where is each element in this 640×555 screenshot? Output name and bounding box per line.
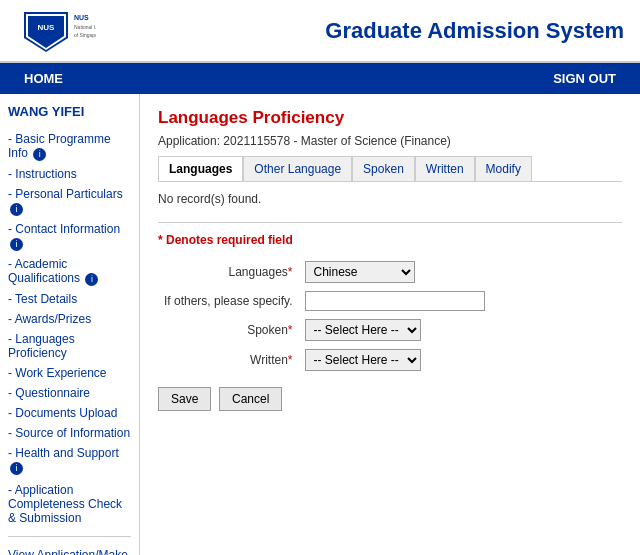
sidebar-item-awards[interactable]: - Awards/Prizes <box>8 309 131 329</box>
info-icon-health: i <box>10 462 23 475</box>
if-others-label: If others, please specify. <box>158 287 299 315</box>
sidebar-item-source[interactable]: - Source of Information <box>8 423 131 443</box>
languages-label: Languages* <box>158 257 299 287</box>
info-icon: i <box>33 148 46 161</box>
nus-logo: NUS NUS National University of Singapore <box>16 8 96 53</box>
info-icon-academic: i <box>85 273 98 286</box>
required-asterisk: * <box>158 233 163 247</box>
form-row-written: Written* -- Select Here -- Excellent Goo… <box>158 345 491 375</box>
form-row-spoken: Spoken* -- Select Here -- Excellent Good… <box>158 315 491 345</box>
written-field-cell: -- Select Here -- Excellent Good Fair Po… <box>299 345 491 375</box>
sidebar-divider <box>8 536 131 537</box>
header: NUS NUS National University of Singapore… <box>0 0 640 63</box>
sidebar: WANG YIFEI - Basic Programme Info i - In… <box>0 94 140 555</box>
cancel-button[interactable]: Cancel <box>219 387 282 411</box>
svg-text:of Singapore: of Singapore <box>74 32 96 38</box>
page-title: Languages Proficiency <box>158 108 622 128</box>
if-others-input[interactable] <box>305 291 485 311</box>
logo-area: NUS NUS National University of Singapore <box>16 8 96 53</box>
spoken-required-star: * <box>288 323 293 337</box>
required-note-text: Denotes required field <box>166 233 293 247</box>
navbar: HOME SIGN OUT <box>0 63 640 94</box>
sidebar-item-questionnaire[interactable]: - Questionnaire <box>8 383 131 403</box>
sidebar-item-academic[interactable]: - Academic Qualifications i <box>8 254 131 289</box>
sidebar-item-basic-programme[interactable]: - Basic Programme Info i <box>8 129 131 164</box>
home-link[interactable]: HOME <box>12 63 75 94</box>
spoken-field-cell: -- Select Here -- Excellent Good Fair Po… <box>299 315 491 345</box>
sidebar-item-languages[interactable]: - Languages Proficiency <box>8 329 131 363</box>
tab-modify[interactable]: Modify <box>475 156 532 181</box>
save-button[interactable]: Save <box>158 387 211 411</box>
tab-spoken[interactable]: Spoken <box>352 156 415 181</box>
language-form: Languages* Chinese English French German… <box>158 257 491 375</box>
written-required-star: * <box>288 353 293 367</box>
spoken-select[interactable]: -- Select Here -- Excellent Good Fair Po… <box>305 319 421 341</box>
info-icon-contact: i <box>10 238 23 251</box>
no-records-text: No record(s) found. <box>158 192 622 206</box>
app-title: Graduate Admission System <box>96 18 624 44</box>
content-area: Languages Proficiency Application: 20211… <box>140 94 640 555</box>
sidebar-item-personal[interactable]: - Personal Particulars i <box>8 184 131 219</box>
written-select[interactable]: -- Select Here -- Excellent Good Fair Po… <box>305 349 421 371</box>
main-layout: WANG YIFEI - Basic Programme Info i - In… <box>0 94 640 555</box>
sidebar-item-instructions[interactable]: - Instructions <box>8 164 131 184</box>
tab-bar: Languages Other Language Spoken Written … <box>158 156 622 182</box>
tab-languages[interactable]: Languages <box>158 156 243 181</box>
tab-written[interactable]: Written <box>415 156 475 181</box>
sidebar-item-test[interactable]: - Test Details <box>8 289 131 309</box>
sidebar-item-health[interactable]: - Health and Support i <box>8 443 131 478</box>
svg-text:NUS: NUS <box>38 23 56 32</box>
sidebar-username: WANG YIFEI <box>8 104 131 119</box>
form-divider <box>158 222 622 223</box>
form-row-languages: Languages* Chinese English French German… <box>158 257 491 287</box>
tab-other-language[interactable]: Other Language <box>243 156 352 181</box>
sidebar-link-view-application[interactable]: View Application/Make Payment/Submit Rep… <box>8 545 131 555</box>
languages-select[interactable]: Chinese English French German Japanese K… <box>305 261 415 283</box>
sidebar-item-work[interactable]: - Work Experience <box>8 363 131 383</box>
svg-text:National University: National University <box>74 24 96 30</box>
signout-link[interactable]: SIGN OUT <box>541 63 628 94</box>
written-label: Written* <box>158 345 299 375</box>
sidebar-item-documents[interactable]: - Documents Upload <box>8 403 131 423</box>
spoken-label: Spoken* <box>158 315 299 345</box>
form-buttons: Save Cancel <box>158 387 622 411</box>
app-info: Application: 2021115578 - Master of Scie… <box>158 134 622 148</box>
if-others-field-cell <box>299 287 491 315</box>
sidebar-item-contact[interactable]: - Contact Information i <box>8 219 131 254</box>
svg-text:NUS: NUS <box>74 14 89 21</box>
info-icon-personal: i <box>10 203 23 216</box>
languages-field-cell: Chinese English French German Japanese K… <box>299 257 491 287</box>
form-row-if-others: If others, please specify. <box>158 287 491 315</box>
required-note: * Denotes required field <box>158 233 622 247</box>
sidebar-item-completeness[interactable]: - Application Completeness Check & Submi… <box>8 480 131 528</box>
languages-required-star: * <box>288 265 293 279</box>
